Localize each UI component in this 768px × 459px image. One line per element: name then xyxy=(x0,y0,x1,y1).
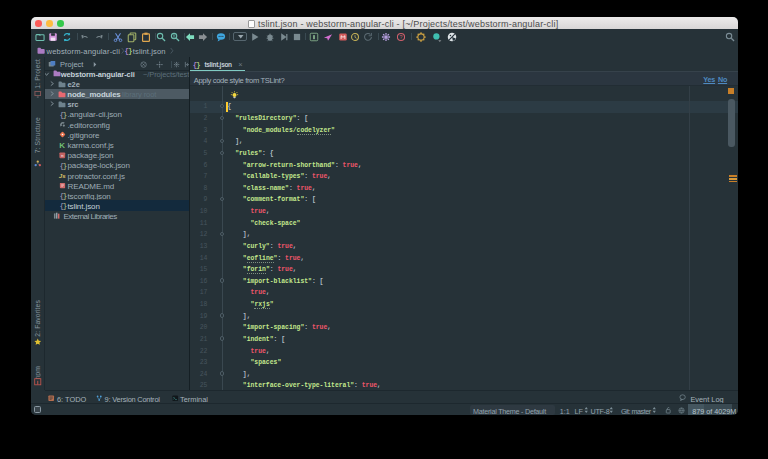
svg-text:?: ? xyxy=(399,34,402,40)
